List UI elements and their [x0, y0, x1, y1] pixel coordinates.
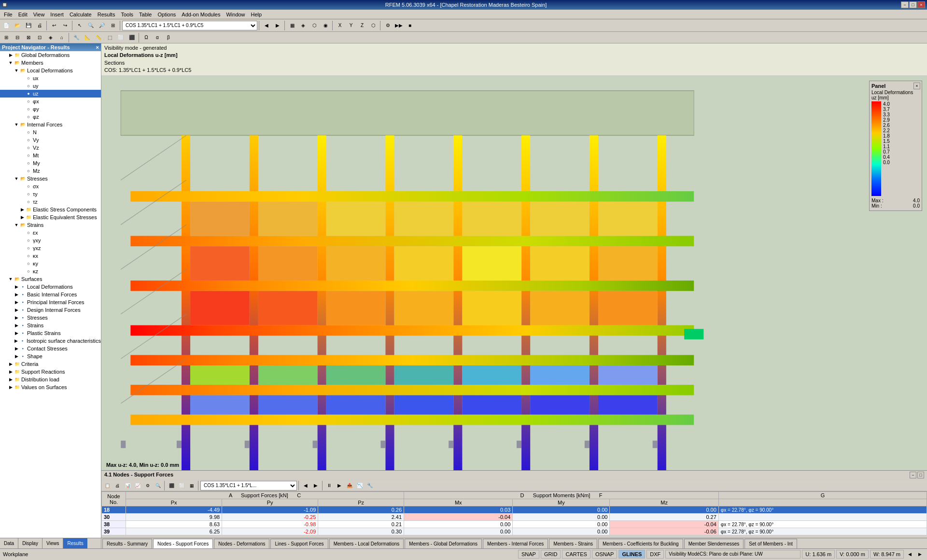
menu-window[interactable]: Window [223, 11, 248, 18]
tb2-5[interactable]: ◈ [45, 32, 56, 43]
nav-elastic-stress[interactable]: ▶ 📁 Elastic Stress Components [0, 206, 101, 213]
nav-values-surfaces[interactable]: ▶ 📁 Values on Surfaces [0, 383, 101, 391]
tb2-8[interactable]: 📐 [82, 32, 93, 43]
nav-phiy[interactable]: ▶ ○ φy [0, 105, 101, 113]
nav-stresses[interactable]: ▼ 📂 Stresses [0, 175, 101, 182]
bt-tb2[interactable]: 🖨 [112, 481, 122, 490]
menu-tools[interactable]: Tools [118, 11, 136, 18]
tab-members-strains[interactable]: Members - Strains [549, 539, 597, 548]
nav-tab-display[interactable]: Display [18, 538, 42, 548]
tb-print[interactable]: 🖨 [34, 20, 45, 31]
bt-tb5[interactable]: ⚙ [143, 481, 153, 490]
nav-uy[interactable]: ▶ ○ uy [0, 82, 101, 90]
nav-sigx[interactable]: ○ σx [0, 182, 101, 190]
nav-criteria[interactable]: ▶ 📁 Criteria [0, 360, 101, 368]
tb2-4[interactable]: ⊡ [34, 32, 45, 43]
tb2-3[interactable]: ⊠ [23, 32, 34, 43]
bt-chart[interactable]: 📉 [355, 481, 365, 490]
nav-support-reactions[interactable]: ▶ 📁 Support Reactions [0, 368, 101, 376]
tb-iso[interactable]: ⬡ [368, 20, 379, 31]
bt-tb8[interactable]: ⬜ [177, 481, 186, 490]
tb2-15[interactable]: β [163, 32, 174, 43]
maximize-btn[interactable]: □ [909, 1, 917, 8]
bt-next[interactable]: ▶ [311, 481, 321, 490]
nav-surf-design[interactable]: ▶ ▪ Design Internal Forces [0, 306, 101, 314]
nav-ex[interactable]: ○ εx [0, 229, 101, 237]
tab-nodes-deformations[interactable]: Nodes - Deformations [214, 539, 269, 548]
nav-kz[interactable]: ○ κz [0, 267, 101, 275]
nav-surf-stresses[interactable]: ▶ ▪ Stresses [0, 314, 101, 322]
tab-set-members[interactable]: Set of Members - Int [744, 539, 797, 548]
expand-surf-shape[interactable]: ▶ [14, 353, 19, 359]
bt-tb9[interactable]: ▦ [187, 481, 197, 490]
nav-close[interactable]: × [96, 44, 99, 50]
tb2-10[interactable]: ⬚ [104, 32, 115, 43]
nav-ux[interactable]: ▶ ○ ux [0, 74, 101, 82]
status-glines[interactable]: GLINES [618, 550, 645, 559]
tb-undo[interactable]: ↩ [49, 20, 59, 31]
tb-render4[interactable]: ◉ [320, 20, 331, 31]
minimize-btn[interactable]: − [901, 1, 909, 8]
nav-tauz[interactable]: ○ τz [0, 198, 101, 206]
status-grid[interactable]: GRID [541, 550, 561, 559]
nav-surf-shape[interactable]: ▶ ▪ Shape [0, 352, 101, 360]
tb-render3[interactable]: ⬡ [309, 20, 320, 31]
nav-elastic-equiv[interactable]: ▶ 📁 Elastic Equivalent Stresses [0, 213, 101, 221]
bt-export[interactable]: 📤 [345, 481, 354, 490]
nav-surf-local-def[interactable]: ▶ ▪ Local Deformations [0, 283, 101, 291]
tab-members-internal[interactable]: Members - Internal Forces [483, 539, 548, 548]
nav-N[interactable]: ○ N [0, 128, 101, 136]
tb-calc[interactable]: ▶▶ [393, 20, 404, 31]
bt-play[interactable]: ▶ [335, 481, 344, 490]
expand-values-surf[interactable]: ▶ [8, 384, 14, 390]
tb-zoom-all[interactable]: ⊞ [108, 20, 118, 31]
bp-maximize[interactable]: □ [917, 472, 924, 478]
expand-surfaces[interactable]: ▼ [8, 276, 14, 282]
expand-stresses[interactable]: ▼ [14, 176, 19, 182]
tab-nodes-support[interactable]: Nodes - Support Forces [153, 539, 213, 548]
status-snap[interactable]: SNAP [518, 550, 539, 559]
tb2-7[interactable]: 🔧 [71, 32, 82, 43]
bt-tb1[interactable]: 📋 [102, 481, 112, 490]
close-btn[interactable]: × [917, 1, 925, 8]
bt-combo[interactable]: COS 1.35*LC1 + 1.5*L... [200, 481, 297, 490]
tab-members-local[interactable]: Members - Local Deformations [329, 539, 404, 548]
nav-global-deformations[interactable]: ▶ 📁 Global Deformations [0, 51, 101, 59]
tb-redo[interactable]: ↪ [60, 20, 70, 31]
tb2-12[interactable]: ⬛ [126, 32, 137, 43]
nav-tab-data[interactable]: Data [0, 538, 18, 548]
bt-filter[interactable]: 🔧 [365, 481, 375, 490]
expand-surf-contact[interactable]: ▶ [14, 346, 19, 351]
menu-insert[interactable]: Insert [47, 11, 67, 18]
expand-dist-load[interactable]: ▶ [8, 377, 14, 382]
menu-addon[interactable]: Add-on Modules [179, 11, 223, 18]
tb-save[interactable]: 💾 [23, 20, 34, 31]
expand-internal[interactable]: ▼ [14, 122, 19, 127]
expand-surf-plastic[interactable]: ▶ [14, 330, 19, 336]
nav-kx[interactable]: ○ κx [0, 252, 101, 260]
expand-elastic-stress[interactable]: ▶ [19, 207, 25, 212]
expand-support[interactable]: ▶ [8, 369, 14, 375]
menu-help[interactable]: Help [248, 11, 265, 18]
menu-file[interactable]: File [1, 11, 15, 18]
nav-uz[interactable]: ▶ ● uz [0, 90, 101, 98]
expand-surf-strains[interactable]: ▶ [14, 322, 19, 328]
tb-open[interactable]: 📂 [12, 20, 23, 31]
nav-tab-views[interactable]: Views [42, 538, 64, 548]
nav-surfaces[interactable]: ▼ 📂 Surfaces [0, 275, 101, 283]
tb-ax2[interactable]: Y [346, 20, 356, 31]
table-row[interactable]: 30 9.98 -0.25 2.41 -0.04 0.00 0.27 [102, 514, 927, 521]
tb2-6[interactable]: ⌂ [56, 32, 67, 43]
nav-Vz[interactable]: ○ Vz [0, 144, 101, 152]
tb2-13[interactable]: Ω [141, 32, 152, 43]
tb-zoom-out[interactable]: 🔎 [97, 20, 107, 31]
expand-members[interactable]: ▼ [8, 60, 14, 66]
tb2-11[interactable]: ⬜ [115, 32, 126, 43]
menu-table[interactable]: Table [136, 11, 154, 18]
status-btn2[interactable]: ▶ [915, 550, 924, 559]
nav-surf-basic[interactable]: ▶ ▪ Basic Internal Forces [0, 291, 101, 298]
expand-surf-design[interactable]: ▶ [14, 307, 19, 313]
tab-members-buckling[interactable]: Members - Coefficients for Buckling [598, 539, 683, 548]
tb-select[interactable]: ↖ [74, 20, 85, 31]
status-osnap[interactable]: OSNAP [592, 550, 618, 559]
